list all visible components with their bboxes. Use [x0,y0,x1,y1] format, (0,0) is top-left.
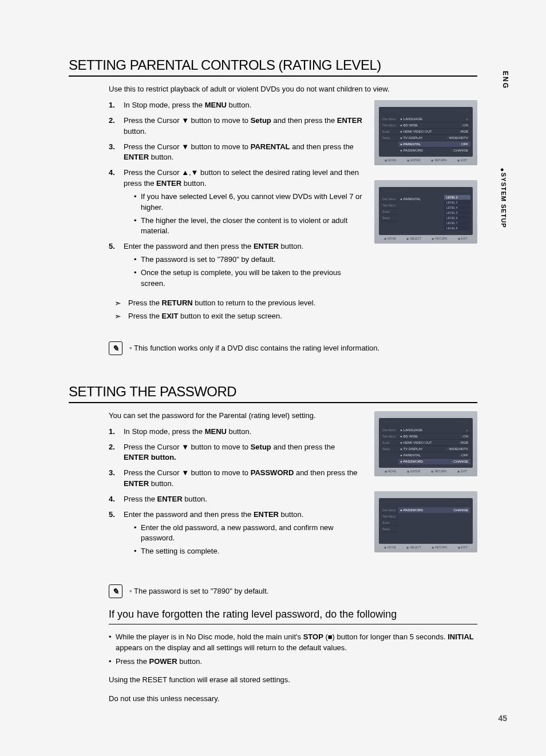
osd-screen-parental-levels: PD II IGYRSETUP Disc Menu Title Menu Aud… [374,180,477,244]
sec1-step-3: Press the Cursor ▼ button to move to PAR… [109,142,363,164]
sec1-step5-bullet2: Once the setup is complete, you will be … [134,268,363,289]
page-body: SETTING PARENTAL CONTROLS (RATING LEVEL)… [0,0,546,734]
sec1-step-5: Enter the password and then press the EN… [109,241,363,289]
sec2-step-3: Press the Cursor ▼ button to move to PAS… [109,468,363,490]
osd-screen-parental-setup: PD II IGYRSETUP Disc Menu Title Menu Aud… [374,100,477,165]
forgot-bullet-2: Press the POWER button. [109,656,477,667]
sec2-step-5: Enter the password and then press the EN… [109,510,363,557]
sec1-step5-bullet1: The password is set to "7890" by default… [134,254,363,265]
section1-intro: Use this to restrict playback of adult o… [109,85,477,93]
sec1-press-exit: Press the EXIT button to exit the setup … [109,311,363,322]
note-icon: ✎ [109,341,122,355]
sec2-step5-bullet1: Enter the old password, a new password, … [134,523,363,544]
sec1-step4-bullet1: If you have selected Level 6, you cannot… [134,192,363,213]
osd-screen-password-change: PD II IGYRSETUP Disc Menu Title Menu Aud… [374,491,477,552]
forgot-bullet-1: While the player is in No Disc mode, hol… [109,631,477,654]
sec1-step-1: In Stop mode, press the MENU button. [109,100,363,111]
section1-title: SETTING PARENTAL CONTROLS (RATING LEVEL) [69,57,477,73]
sec1-step-4: Press the Cursor ▲,▼ button to select th… [109,168,363,237]
osd-screen-password-setup: PD II IGYRSETUP Disc Menu Title Menu Aud… [374,411,477,476]
closing-line-2: Do not use this unless necessary. [109,693,477,705]
forgot-heading: If you have forgotten the rating level p… [109,608,477,620]
section2-note: The password is set to "7890" by default… [129,587,268,595]
section2-intro: You can set the password for the Parenta… [109,411,363,420]
sec2-step-4: Press the ENTER button. [109,494,363,505]
sec2-step-2: Press the Cursor ▼ button to move to Set… [109,442,363,464]
sec2-step5-bullet2: The setting is complete. [134,546,363,557]
section1-note: This function works only if a DVD disc c… [129,344,379,352]
closing-line-1: Using the RESET function will erase all … [109,674,477,686]
sec1-step-2: Press the Cursor ▼ button to move to Set… [109,116,363,137]
section2-title: SETTING THE PASSWORD [69,384,477,400]
sec1-step4-bullet2: The higher the level, the closer the con… [134,216,363,237]
sec1-press-return: Press the RETURN button to return to the… [109,297,363,309]
note-icon: ✎ [109,584,122,598]
sec2-step-1: In Stop mode, press the MENU button. [109,427,363,437]
